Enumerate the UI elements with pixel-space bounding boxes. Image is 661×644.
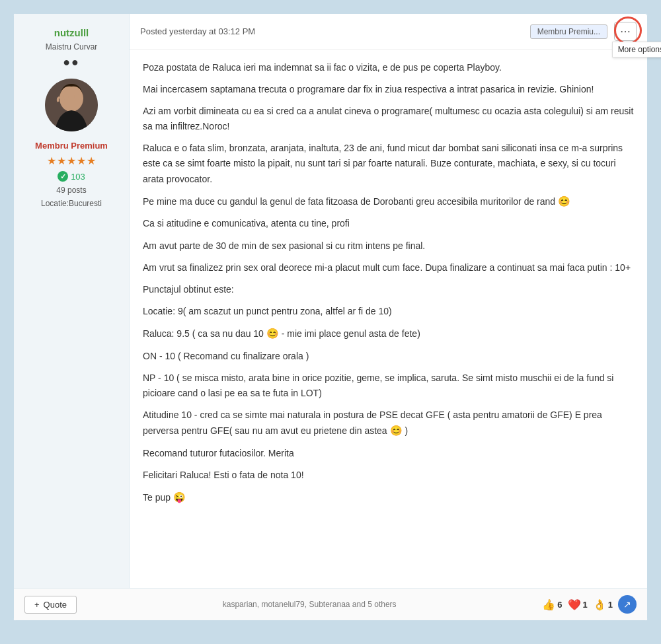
svg-point-3 bbox=[74, 94, 79, 100]
paragraph-16: Felicitari Raluca! Esti o fata de nota 1… bbox=[143, 468, 634, 483]
thumbs-icon: 👌 bbox=[593, 598, 606, 611]
post-body: nutzulll Maistru Curvar ●● Membru Premiu… bbox=[14, 14, 647, 588]
like-count: 6 bbox=[557, 600, 562, 610]
post-footer: + Quote kasparian, motanelul79, Subteran… bbox=[14, 588, 647, 620]
paragraph-15: Recomand tuturor futaciosilor. Merita bbox=[143, 446, 634, 461]
user-title: Maistru Curvar bbox=[46, 42, 98, 52]
reactor-names: kasparian, motanelul79, Subteranaa and 5… bbox=[223, 600, 397, 609]
paragraph-1: Poza postata de Raluca ieri ma indemnat … bbox=[143, 60, 634, 75]
paragraph-11: Raluca: 9.5 ( ca sa nu dau 10 😊 - mie im… bbox=[143, 326, 634, 342]
paragraph-5: Pe mine ma duce cu gandul la genul de fa… bbox=[143, 194, 634, 210]
paragraph-6: Ca si atitudine e comunicativa, atenta c… bbox=[143, 216, 634, 231]
avatar bbox=[45, 79, 98, 131]
reactors-list: kasparian, motanelul79, Subteranaa and 5… bbox=[223, 600, 397, 609]
footer-reactions: 👍 6 ❤️ 1 👌 1 ↗ bbox=[542, 595, 637, 614]
like-reaction[interactable]: 👍 6 bbox=[542, 598, 562, 611]
heart-reaction[interactable]: ❤️ 1 bbox=[568, 598, 588, 611]
heart-count: 1 bbox=[583, 600, 588, 610]
user-location: Locatie:Bucuresti bbox=[41, 199, 102, 208]
paragraph-2: Mai incercasem saptamana trecuta o progr… bbox=[143, 82, 634, 97]
heart-icon: ❤️ bbox=[568, 598, 581, 611]
member-badge-sidebar: Membru Premium bbox=[35, 141, 108, 151]
paragraph-8: Am vrut sa finalizez prin sex oral deore… bbox=[143, 260, 634, 275]
post-content: Poza postata de Raluca ieri ma indemnat … bbox=[130, 50, 647, 588]
user-stars: ★★★★★ bbox=[47, 155, 97, 167]
quote-label: Quote bbox=[44, 600, 67, 610]
share-button[interactable]: ↗ bbox=[618, 595, 637, 614]
header-right: Membru Premiu... ⋯ More options... bbox=[530, 22, 637, 41]
reputation-row: ✓ 103 bbox=[58, 171, 85, 182]
footer-left: + Quote bbox=[24, 596, 77, 614]
paragraph-12: ON - 10 ( Recomand cu finalizare orala ) bbox=[143, 349, 634, 364]
paragraph-13: NP - 10 ( se misca misto, arata bine in … bbox=[143, 371, 634, 401]
paragraph-10: Locatie: 9( am scazut un punct pentru zo… bbox=[143, 304, 634, 319]
paragraph-4: Raluca e o fata slim, bronzata, aranjata… bbox=[143, 141, 634, 186]
content-area: Posted yesterday at 03:12 PM Membru Prem… bbox=[130, 14, 647, 588]
post-container: nutzulll Maistru Curvar ●● Membru Premiu… bbox=[13, 13, 648, 621]
more-options-button[interactable]: ⋯ bbox=[614, 22, 637, 41]
user-sidebar: nutzulll Maistru Curvar ●● Membru Premiu… bbox=[14, 14, 130, 588]
paragraph-14: Atitudine 10 - cred ca se simte mai natu… bbox=[143, 408, 634, 439]
posts-count: 49 posts bbox=[56, 186, 86, 195]
thumbs-count: 1 bbox=[608, 600, 613, 610]
like-icon: 👍 bbox=[542, 598, 555, 611]
quote-button[interactable]: + Quote bbox=[24, 596, 77, 614]
user-dots: ●● bbox=[63, 55, 80, 69]
post-timestamp: Posted yesterday at 03:12 PM bbox=[140, 26, 255, 36]
paragraph-7: Am avut parte de 30 de min de sex pasion… bbox=[143, 238, 634, 254]
thumbs-reaction[interactable]: 👌 1 bbox=[593, 598, 613, 611]
rep-icon: ✓ bbox=[58, 171, 68, 182]
member-premium-badge: Membru Premiu... bbox=[530, 24, 607, 39]
username[interactable]: nutzulll bbox=[54, 27, 89, 38]
paragraph-3: Azi am vorbit dimineata cu ea si cred ca… bbox=[143, 104, 634, 134]
svg-point-2 bbox=[63, 94, 69, 100]
paragraph-17: Te pup 😜 bbox=[143, 489, 634, 506]
svg-point-1 bbox=[59, 85, 83, 112]
more-options-tooltip: More options... bbox=[612, 42, 661, 57]
reputation-count: 103 bbox=[71, 172, 85, 182]
plus-icon: + bbox=[34, 600, 40, 610]
paragraph-9: Punctajul obtinut este: bbox=[143, 282, 634, 297]
post-header: Posted yesterday at 03:12 PM Membru Prem… bbox=[130, 14, 647, 50]
